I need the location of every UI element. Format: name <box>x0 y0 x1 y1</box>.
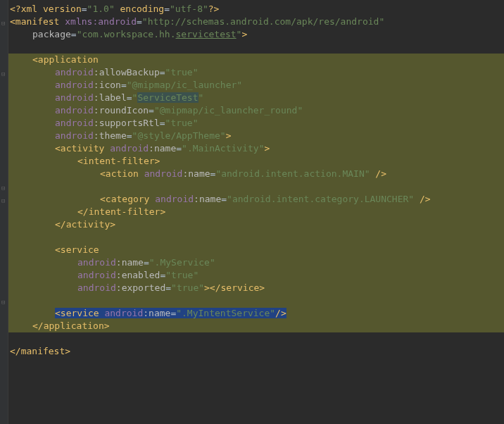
blank-line <box>10 332 504 345</box>
service1-enabled: android:enabled="true" <box>10 269 504 282</box>
fold-marker-icon[interactable]: ⊟ <box>1 182 7 187</box>
category-line: <category android:name="android.intent.c… <box>10 193 504 206</box>
intent-filter-open: <intent-filter> <box>10 155 504 168</box>
blank-line <box>10 180 504 193</box>
fold-marker-icon[interactable]: ⊟ <box>1 194 7 200</box>
service1-name: android:name=".MyService" <box>10 256 504 269</box>
fold-marker-icon[interactable]: ⊟ <box>1 68 7 73</box>
package-suffix: servicetest <box>176 29 237 39</box>
code-editor[interactable]: <?xml version="1.0" encoding="utf-8"?> <… <box>10 3 504 358</box>
activity-open: <activity android:name=".MainActivity"> <box>10 142 504 155</box>
manifest-close: </manifest> <box>10 345 504 358</box>
intent-filter-close: </intent-filter> <box>10 206 504 218</box>
service2-line: <service android:name=".MyIntentService"… <box>10 307 504 320</box>
blank-line <box>10 41 504 54</box>
app-label: android:label="ServiceTest" <box>10 92 504 104</box>
app-theme: android:theme="@style/AppTheme"> <box>10 130 504 142</box>
package-line: package="com.workspace.hh.servicetest"> <box>10 28 504 41</box>
fold-marker-icon[interactable]: ⊟ <box>1 17 7 23</box>
xml-encoding: utf-8 <box>175 4 203 14</box>
activity-close: </activity> <box>10 218 504 231</box>
package-prefix: com.workspace.hh. <box>82 29 175 39</box>
xmlns-attr: xmlns:android <box>65 16 137 27</box>
action-line: <action android:name="android.intent.act… <box>10 168 504 180</box>
gutter: ⊟ ⊟ ⊟ ⊟ ⊟ <box>0 0 8 424</box>
package-attr: package <box>32 29 71 39</box>
xml-version: 1.0 <box>92 4 108 14</box>
xmlns-val: http://schemas.android.com/apk/res/andro… <box>148 16 379 27</box>
app-supportsrtl: android:supportsRtl="true" <box>10 117 504 130</box>
application-tag: application <box>38 54 99 65</box>
app-icon: android:icon="@mipmap/ic_launcher" <box>10 79 504 92</box>
app-roundicon: android:roundIcon="@mipmap/ic_launcher_r… <box>10 104 504 117</box>
service1-exported: android:exported="true"></service> <box>10 282 504 294</box>
manifest-open: <manifest xmlns:android="http://schemas.… <box>10 15 504 28</box>
application-open: <application <box>10 54 504 66</box>
highlighted-block: <application android:allowBackup="true" … <box>8 54 504 332</box>
service2-name: .MyIntentService <box>182 308 270 318</box>
app-allowbackup: android:allowBackup="true" <box>10 66 504 79</box>
service1-open: <service <box>10 244 504 256</box>
fold-marker-icon[interactable]: ⊟ <box>1 296 7 301</box>
application-close: </application> <box>10 320 504 332</box>
app-label-value: ServiceTest <box>137 92 198 103</box>
blank-line <box>10 231 504 244</box>
blank-line <box>10 294 504 307</box>
xml-declaration: <?xml version="1.0" encoding="utf-8"?> <box>10 3 504 15</box>
